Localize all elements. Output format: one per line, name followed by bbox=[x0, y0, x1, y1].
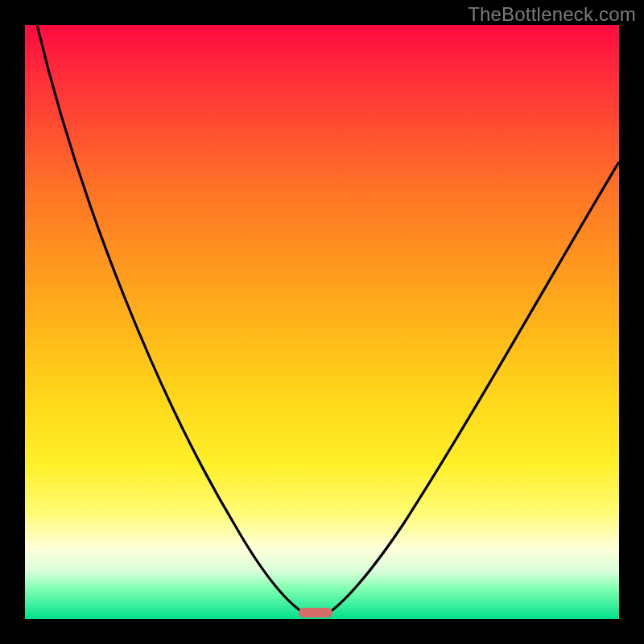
chart-area bbox=[25, 25, 619, 619]
curve-left bbox=[37, 25, 308, 616]
watermark-text: TheBottleneck.com bbox=[468, 3, 636, 26]
bottleneck-curve bbox=[25, 25, 619, 619]
curve-right bbox=[324, 162, 619, 616]
optimal-zone-marker bbox=[299, 608, 332, 617]
